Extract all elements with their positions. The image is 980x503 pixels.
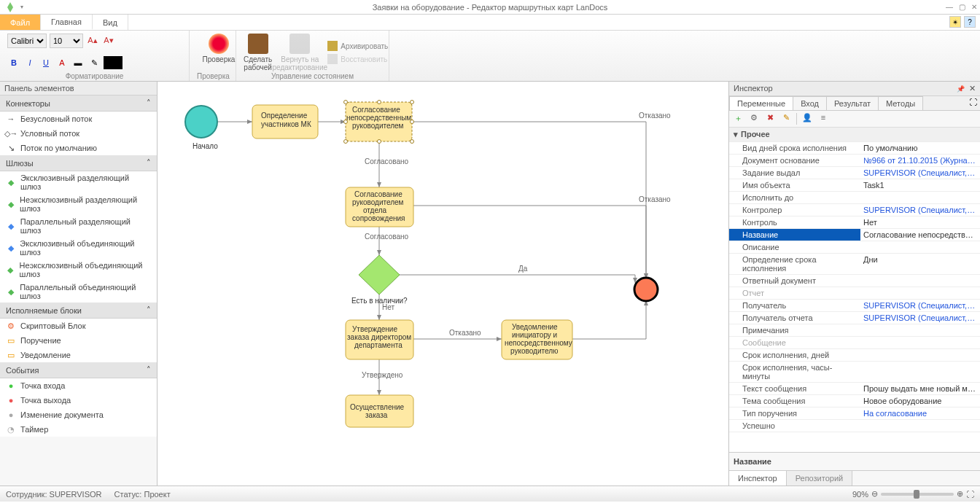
property-row[interactable]: Имя объектаTask1 [729, 179, 980, 192]
property-row[interactable]: Вид дней срока исполненияПо умолчанию [729, 142, 980, 155]
bottom-tab-repository[interactable]: Репозиторий [787, 471, 853, 486]
font-select[interactable]: Calibri [7, 34, 47, 48]
property-row[interactable]: Отчет [729, 287, 980, 300]
property-row[interactable]: Срок исполнения, часы-минуты [729, 362, 980, 383]
bottom-tab-inspector[interactable]: Инспектор [729, 471, 787, 486]
tab-input[interactable]: Вход [793, 96, 827, 110]
inspector-panel: Инспектор📌✕ Переменные Вход Результат Ме… [729, 82, 980, 486]
svg-text:Отказано: Отказано [639, 112, 671, 120]
zoom-in-button[interactable]: ⊕ [957, 489, 963, 499]
item-default-flow[interactable]: ↘Поток по умолчанию [0, 141, 157, 155]
menu-home[interactable]: Главная [41, 15, 93, 30]
circle-green-icon: ● [6, 381, 16, 391]
item-excl-join[interactable]: ◆Эксклюзивный объединяющий шлюз [0, 237, 157, 259]
underline-button[interactable]: U [39, 56, 52, 69]
property-row[interactable]: Текст сообщенияПрошу выдать мне новый мо… [729, 383, 980, 395]
property-row[interactable]: Определение срока исполненияДни [729, 254, 980, 275]
property-row[interactable]: Документ основание№966 от 21.10.2015 (Жу… [729, 155, 980, 167]
chevron-up-icon: ˄ [147, 158, 151, 168]
diagram-canvas[interactable]: Отказано Согласовано Отказано Согласован… [158, 82, 729, 486]
item-excl-split[interactable]: ◆Эксклюзивный разделяющий шлюз [0, 171, 157, 193]
tab-result[interactable]: Результат [826, 96, 879, 110]
item-script-block[interactable]: ⚙Скриптовый Блок [0, 319, 157, 333]
grow-font-icon[interactable]: A▴ [86, 34, 99, 47]
zoom-slider[interactable] [881, 493, 954, 496]
bold-button[interactable]: B [7, 56, 20, 69]
node-gateway[interactable] [359, 255, 400, 295]
zoom-fit-button[interactable]: ⛶ [966, 490, 974, 499]
node-start[interactable] [185, 106, 217, 138]
minimize-button[interactable]: — [946, 3, 953, 11]
svg-text:Определениеучастников МК: Определениеучастников МК [261, 112, 311, 128]
property-row[interactable]: Успешно [729, 420, 980, 432]
add-icon[interactable]: ＋ [732, 113, 744, 125]
tab-variables[interactable]: Переменные [729, 96, 793, 110]
delete-icon[interactable]: ✖ [764, 113, 776, 125]
section-gates[interactable]: Шлюзы˄ [0, 155, 157, 171]
help-icon[interactable]: ? [964, 16, 976, 28]
person-icon[interactable]: 👤 [801, 113, 813, 125]
status-project: Проект [144, 490, 170, 499]
gear-icon[interactable]: ⚙ [748, 113, 760, 125]
item-unconditional-flow[interactable]: →Безусловный поток [0, 112, 157, 126]
item-conditional-flow[interactable]: ◇→Условный поток [0, 126, 157, 141]
make-work-button[interactable]: Сделать рабочей [244, 34, 272, 71]
close-button[interactable]: ✕ [971, 3, 977, 11]
brush-button[interactable]: ✎ [88, 56, 101, 69]
item-nonexcl-join[interactable]: ◆Неэксклюзивный объединяющий шлюз [0, 259, 157, 281]
property-row[interactable]: Описание [729, 241, 980, 254]
fill-button[interactable]: ▬ [71, 56, 85, 69]
item-doc-change[interactable]: ●Изменение документа [0, 408, 157, 422]
filter-icon[interactable]: ≡ [817, 113, 829, 125]
property-row[interactable]: КонтрольНет [729, 217, 980, 229]
property-row[interactable]: Примечания [729, 324, 980, 337]
tab-methods[interactable]: Методы [878, 96, 923, 110]
edit-icon[interactable]: ✎ [780, 113, 792, 125]
section-connectors[interactable]: Коннекторы˄ [0, 95, 157, 112]
close-panel-icon[interactable]: ✕ [969, 84, 976, 93]
back-edit-button[interactable]: Вернуть на редактирование [278, 34, 322, 71]
shrink-font-icon[interactable]: A▾ [102, 34, 115, 47]
section-events[interactable]: События˄ [0, 362, 157, 378]
item-entry[interactable]: ●Точка входа [0, 378, 157, 393]
item-parallel-split[interactable]: ◆Параллельный разделяющий шлюз [0, 215, 157, 237]
property-row[interactable]: Тема сообщенияНовое оборудование [729, 395, 980, 408]
property-row[interactable]: Исполнить до [729, 192, 980, 204]
item-exit[interactable]: ●Точка выхода [0, 393, 157, 408]
menu-file[interactable]: Файл [0, 15, 41, 30]
property-row[interactable]: Тип порученияНа согласование [729, 408, 980, 420]
item-assignment[interactable]: ▭Поручение [0, 333, 157, 348]
restore-button[interactable]: Восстановить [327, 54, 388, 64]
property-row[interactable]: Получатель отчетаSUPERVISOR (Специалист,… [729, 312, 980, 324]
dropdown-arrow-icon[interactable]: ▾ [20, 4, 23, 10]
expand-icon[interactable]: ▾ [734, 130, 738, 139]
item-timer[interactable]: ◔Таймер [0, 422, 157, 437]
item-notification[interactable]: ▭Уведомление [0, 348, 157, 362]
property-row[interactable]: Сообщение [729, 337, 980, 349]
fontcolor-button[interactable]: A [55, 56, 69, 69]
color-button[interactable] [104, 56, 122, 69]
menu-view[interactable]: Вид [93, 15, 128, 30]
fontsize-select[interactable]: 10 [50, 34, 83, 48]
property-grid[interactable]: ▾Прочее Вид дней срока исполненияПо умол… [729, 128, 980, 452]
check-icon [209, 34, 229, 54]
pen-icon [289, 34, 310, 54]
property-row[interactable]: Срок исполнения, дней [729, 349, 980, 362]
puzzle-icon[interactable]: ✴ [949, 16, 961, 28]
node-end[interactable] [634, 278, 658, 301]
property-row[interactable]: НазваниеСогласование непосредственны... [729, 229, 980, 241]
pin-icon[interactable]: 📌 [957, 85, 965, 93]
item-parallel-join[interactable]: ◆Параллельный объединяющий шлюз [0, 281, 157, 303]
maximize-tab-icon[interactable]: ⛶ [966, 96, 980, 110]
maximize-button[interactable]: ▢ [959, 3, 965, 11]
item-nonexcl-split[interactable]: ◆Неэксклюзивный разделяющий шлюз [0, 193, 157, 215]
italic-button[interactable]: I [23, 56, 36, 69]
zoom-out-button[interactable]: ⊖ [871, 489, 878, 499]
property-row[interactable]: КонтролерSUPERVISOR (Специалист, ООО "..… [729, 204, 980, 217]
property-row[interactable]: Ответный документ [729, 275, 980, 287]
property-row[interactable]: Задание выдалSUPERVISOR (Специалист, ООО… [729, 167, 980, 179]
check-button[interactable]: Проверка [197, 34, 241, 63]
archive-button[interactable]: Архивировать [327, 41, 388, 51]
property-row[interactable]: ПолучательSUPERVISOR (Специалист, ООО ".… [729, 300, 980, 312]
section-blocks[interactable]: Исполняемые блоки˄ [0, 303, 157, 319]
